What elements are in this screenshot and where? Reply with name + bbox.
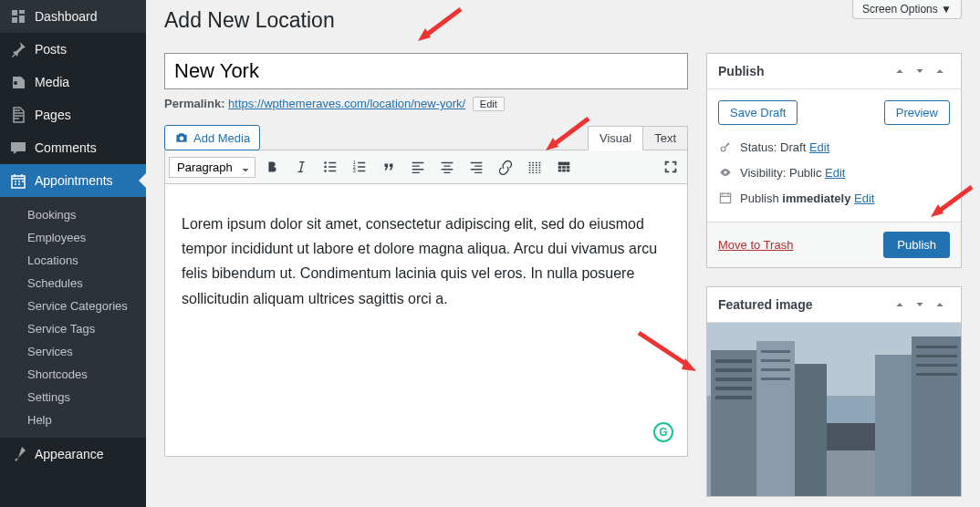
svg-rect-9 xyxy=(567,166,570,169)
sidebar-item-posts[interactable]: Posts xyxy=(0,33,146,66)
svg-rect-24 xyxy=(715,359,752,363)
editor-toolbar: Paragraph 123 xyxy=(164,150,688,183)
edit-visibility-link[interactable]: Edit xyxy=(825,166,845,180)
svg-rect-8 xyxy=(562,166,566,169)
publish-box: Publish Save Draft Preview Status: Draft… xyxy=(706,53,962,268)
page-title: Add New Location xyxy=(164,0,962,53)
editor-content-area[interactable]: Lorem ipsum dolor sit amet, consectetur … xyxy=(164,183,688,457)
post-title-input[interactable] xyxy=(164,53,688,89)
comments-icon xyxy=(9,139,27,157)
toggle-panel-icon[interactable] xyxy=(930,295,950,315)
svg-rect-32 xyxy=(761,378,790,380)
add-media-button[interactable]: Add Media xyxy=(164,125,260,150)
svg-rect-33 xyxy=(916,346,957,348)
sidebar-item-dashboard[interactable]: Dashboard xyxy=(0,0,146,33)
italic-button[interactable] xyxy=(288,154,314,180)
sidebar-item-label: Media xyxy=(35,75,69,89)
sub-item-shortcodes[interactable]: Shortcodes xyxy=(0,363,146,386)
svg-rect-23 xyxy=(827,450,875,496)
sub-item-service-tags[interactable]: Service Tags xyxy=(0,317,146,340)
move-up-icon[interactable] xyxy=(890,295,910,315)
sidebar-item-appointments[interactable]: Appointments xyxy=(0,164,146,197)
media-icon xyxy=(9,73,27,91)
move-up-icon[interactable] xyxy=(890,61,910,81)
toggle-panel-icon[interactable] xyxy=(930,61,950,81)
camera-icon xyxy=(174,130,189,145)
permalink-row: Permalink: https://wpthemeraves.com/loca… xyxy=(164,97,688,111)
pin-icon xyxy=(9,40,27,58)
bulleted-list-button[interactable] xyxy=(318,154,343,180)
svg-point-2 xyxy=(324,170,327,172)
schedule-value: immediately xyxy=(782,191,850,205)
permalink-link[interactable]: https://wpthemeraves.com/location/new-yo… xyxy=(228,97,465,110)
sub-item-services[interactable]: Services xyxy=(0,340,146,363)
status-label: Status: xyxy=(740,140,777,154)
tab-text[interactable]: Text xyxy=(642,126,688,150)
sidebar-item-media[interactable]: Media xyxy=(0,66,146,98)
svg-rect-36 xyxy=(916,373,957,376)
toolbar-toggle-button[interactable] xyxy=(551,154,577,180)
calendar-small-icon xyxy=(718,191,733,205)
sidebar-item-label: Comments xyxy=(35,140,97,155)
svg-point-1 xyxy=(324,166,327,169)
publish-button[interactable]: Publish xyxy=(883,232,950,258)
schedule-label: Publish xyxy=(740,191,779,205)
brush-icon xyxy=(9,445,27,463)
admin-sidebar: Dashboard Posts Media Pages Comments App… xyxy=(0,0,146,507)
align-center-button[interactable] xyxy=(434,154,460,180)
save-draft-button[interactable]: Save Draft xyxy=(718,100,798,125)
visibility-label: Visibility: xyxy=(740,166,786,180)
sub-item-bookings[interactable]: Bookings xyxy=(0,203,146,226)
move-down-icon[interactable] xyxy=(910,295,930,315)
sub-item-service-categories[interactable]: Service Categories xyxy=(0,295,146,317)
featured-image-title: Featured image xyxy=(718,297,890,312)
svg-rect-19 xyxy=(795,364,827,496)
sub-item-settings[interactable]: Settings xyxy=(0,386,146,409)
svg-rect-28 xyxy=(715,396,752,399)
align-right-button[interactable] xyxy=(464,154,489,180)
sidebar-item-comments[interactable]: Comments xyxy=(0,131,146,164)
sub-item-schedules[interactable]: Schedules xyxy=(0,272,146,295)
sidebar-item-appearance[interactable]: Appearance xyxy=(0,438,146,471)
preview-button[interactable]: Preview xyxy=(884,100,950,125)
featured-image-thumbnail[interactable] xyxy=(707,323,961,496)
svg-rect-20 xyxy=(875,355,912,496)
link-button[interactable] xyxy=(493,154,518,180)
svg-text:3: 3 xyxy=(353,168,356,173)
paragraph-select[interactable]: Paragraph xyxy=(169,157,255,178)
fullscreen-button[interactable] xyxy=(658,154,683,180)
edit-status-link[interactable]: Edit xyxy=(809,140,829,154)
svg-rect-35 xyxy=(916,364,957,367)
edit-permalink-button[interactable]: Edit xyxy=(473,97,505,111)
sidebar-item-label: Posts xyxy=(35,42,67,57)
sidebar-item-label: Pages xyxy=(35,108,71,122)
permalink-label: Permalink: xyxy=(164,97,224,110)
sidebar-item-label: Dashboard xyxy=(35,9,98,24)
align-left-button[interactable] xyxy=(405,154,431,180)
read-more-button[interactable] xyxy=(522,154,547,180)
bold-button[interactable] xyxy=(259,154,285,180)
svg-rect-26 xyxy=(715,378,752,381)
move-down-icon[interactable] xyxy=(910,61,930,81)
sidebar-item-label: Appointments xyxy=(35,173,113,188)
svg-rect-12 xyxy=(567,170,570,172)
grammarly-icon[interactable]: G xyxy=(653,422,673,442)
sub-item-locations[interactable]: Locations xyxy=(0,249,146,272)
sidebar-item-pages[interactable]: Pages xyxy=(0,98,146,131)
svg-rect-6 xyxy=(558,162,570,166)
sub-item-employees[interactable]: Employees xyxy=(0,226,146,249)
numbered-list-button[interactable]: 123 xyxy=(347,154,372,180)
screen-options-button[interactable]: Screen Options ▼ xyxy=(852,0,962,19)
dashboard-icon xyxy=(9,7,27,26)
svg-rect-18 xyxy=(756,341,795,496)
pages-icon xyxy=(9,106,27,124)
sub-item-help[interactable]: Help xyxy=(0,409,146,431)
svg-point-0 xyxy=(324,161,327,164)
tab-visual[interactable]: Visual xyxy=(588,126,643,150)
blockquote-button[interactable] xyxy=(376,154,401,180)
editor-text: Lorem ipsum dolor sit amet, consectetur … xyxy=(182,216,657,306)
edit-schedule-link[interactable]: Edit xyxy=(854,191,874,205)
key-icon xyxy=(718,140,733,154)
svg-rect-30 xyxy=(761,359,790,362)
move-to-trash-link[interactable]: Move to Trash xyxy=(718,238,793,252)
